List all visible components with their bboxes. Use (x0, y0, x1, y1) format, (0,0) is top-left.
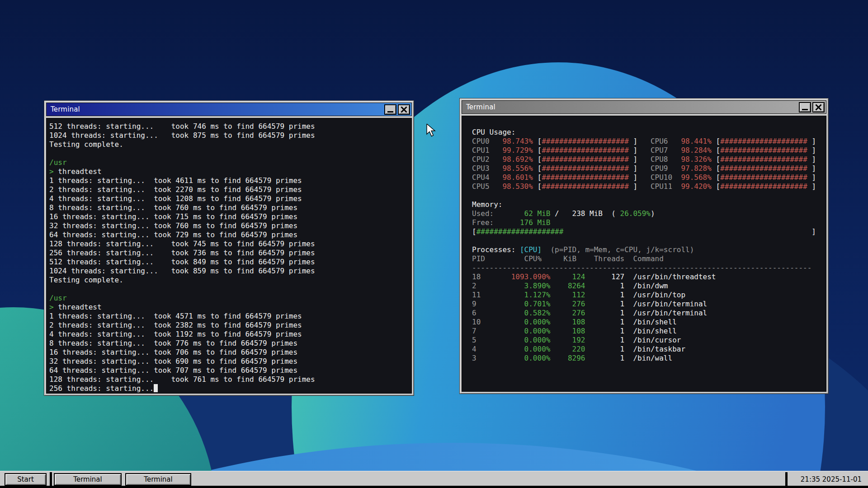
terminal-line: CPU Usage: (472, 128, 823, 137)
terminal-line: 8 threads: starting... took 776 ms to fi… (49, 339, 409, 348)
terminal-line: PID CPU% KiB Threads Command (472, 254, 823, 263)
taskbar-window-button-1[interactable]: Terminal (54, 473, 122, 486)
terminal-line (49, 285, 409, 294)
terminal-line (49, 149, 409, 158)
minimize-icon (387, 111, 393, 113)
mouse-pointer-icon (426, 124, 436, 137)
terminal-line: Testing complete. (49, 276, 409, 285)
minimize-icon (802, 109, 808, 110)
terminal-line: 32 threads: starting... took 760 ms to f… (49, 221, 409, 230)
terminal-line: 5 0.000% 192 1 /bin/cursor (472, 336, 823, 345)
taskbar-divider (50, 472, 52, 486)
terminal-line: 7 0.000% 108 1 /bin/shell (472, 327, 823, 336)
terminal-line: 64 threads: starting... took 729 ms to f… (49, 230, 409, 239)
terminal-line: Processes: [CPU] (p=PID, m=Mem, c=CPU, j… (472, 245, 823, 254)
taskbar: Start Terminal Terminal 21:35 2025-11-01 (0, 471, 868, 488)
window-controls (799, 102, 825, 113)
terminal-line: 9 0.701% 276 1 /usr/bin/terminal (472, 300, 823, 309)
terminal-line: > threadtest (49, 303, 409, 312)
terminal-line: 2 threads: starting... took 2270 ms to f… (49, 185, 409, 194)
terminal-line: /usr (49, 158, 409, 167)
terminal-line (472, 191, 823, 200)
window-title: Terminal (51, 105, 80, 113)
terminal-line: > threadtest (49, 167, 409, 176)
terminal-line: 2 threads: starting... took 2382 ms to f… (49, 321, 409, 330)
terminal-line: ----------------------------------------… (472, 263, 823, 272)
terminal-line: Free: 176 MiB (472, 218, 823, 227)
text-cursor (154, 384, 158, 392)
terminal-line: 11 1.127% 112 1 /usr/bin/top (472, 291, 823, 300)
terminal-line: 32 threads: starting... took 690 ms to f… (49, 357, 409, 366)
terminal-line: 16 threads: starting... took 706 ms to f… (49, 348, 409, 357)
terminal-line: CPU5 98.530% [#################### ] CPU… (472, 182, 823, 191)
terminal-line: 4 0.000% 220 1 /bin/taskbar (472, 345, 823, 354)
terminal-line: 1 threads: starting... took 4571 ms to f… (49, 312, 409, 321)
minimize-button[interactable] (384, 104, 396, 115)
terminal-line: /usr (49, 294, 409, 303)
terminal-line: 64 threads: starting... took 707 ms to f… (49, 366, 409, 375)
terminal-line: 512 threads: starting... took 849 ms to … (49, 258, 409, 267)
terminal-line: CPU0 98.743% [#################### ] CPU… (472, 137, 823, 146)
terminal-line (472, 236, 823, 245)
system-monitor-output[interactable]: CPU Usage:CPU0 98.743% [################… (462, 116, 826, 392)
close-button[interactable] (398, 104, 410, 115)
window-terminal-right[interactable]: Terminal CPU Usage:CPU0 98.743% [#######… (459, 98, 829, 394)
terminal-line: 512 threads: starting... took 746 ms to … (49, 122, 409, 131)
terminal-line: 1024 threads: starting... took 859 ms to… (49, 267, 409, 276)
terminal-line: 256 threads: starting... (49, 384, 409, 393)
titlebar[interactable]: Terminal (46, 103, 412, 116)
titlebar[interactable]: Terminal (462, 100, 826, 114)
clock: 21:35 2025-11-01 (801, 475, 862, 483)
terminal-line: 4 threads: starting... took 1192 ms to f… (49, 330, 409, 339)
clock-divider (785, 472, 788, 486)
desktop: { "taskbar": { "start_label": "Start", "… (0, 0, 868, 488)
terminal-line: 4 threads: starting... took 1208 ms to f… (49, 194, 409, 203)
terminal-line: 1024 threads: starting... took 875 ms to… (49, 131, 409, 140)
terminal-line: 10 0.000% 108 1 /bin/shell (472, 318, 823, 327)
terminal-line: 2 3.890% 8264 1 /bin/dwm (472, 282, 823, 291)
terminal-line: 3 0.000% 8296 1 /bin/wall (472, 354, 823, 363)
terminal-line: Testing complete. (49, 140, 409, 149)
terminal-line: 18 1093.090% 124 127 /usr/bin/threadtest (472, 272, 823, 282)
window-terminal-left[interactable]: Terminal 512 threads: starting... took 7… (44, 100, 414, 396)
terminal-line: 128 threads: starting... took 761 ms to … (49, 375, 409, 384)
terminal-line: 8 threads: starting... took 760 ms to fi… (49, 203, 409, 212)
terminal-line: 1 threads: starting... took 4611 ms to f… (49, 176, 409, 185)
terminal-line: 256 threads: starting... took 736 ms to … (49, 249, 409, 258)
terminal-line: [#################### ] (472, 227, 823, 236)
close-button[interactable] (812, 102, 825, 113)
terminal-line: CPU1 99.729% [#################### ] CPU… (472, 146, 823, 155)
terminal-line: CPU2 98.692% [#################### ] CPU… (472, 155, 823, 164)
terminal-line: CPU3 98.556% [#################### ] CPU… (472, 164, 823, 173)
terminal-line: Memory: (472, 200, 823, 209)
terminal-line: 16 threads: starting... took 715 ms to f… (49, 212, 409, 221)
terminal-line: CPU4 98.601% [#################### ] CPU… (472, 173, 823, 182)
terminal-line: Used: 62 MiB / 238 MiB ( 26.059%) (472, 209, 823, 218)
window-controls (384, 104, 410, 115)
terminal-line: 6 0.582% 276 1 /usr/bin/terminal (472, 309, 823, 318)
minimize-button[interactable] (799, 102, 811, 113)
terminal-output[interactable]: 512 threads: starting... took 746 ms to … (46, 118, 412, 394)
terminal-line: 128 threads: starting... took 745 ms to … (49, 239, 409, 249)
start-button[interactable]: Start (5, 473, 47, 486)
window-title: Terminal (466, 103, 495, 111)
taskbar-window-button-2[interactable]: Terminal (125, 473, 191, 486)
